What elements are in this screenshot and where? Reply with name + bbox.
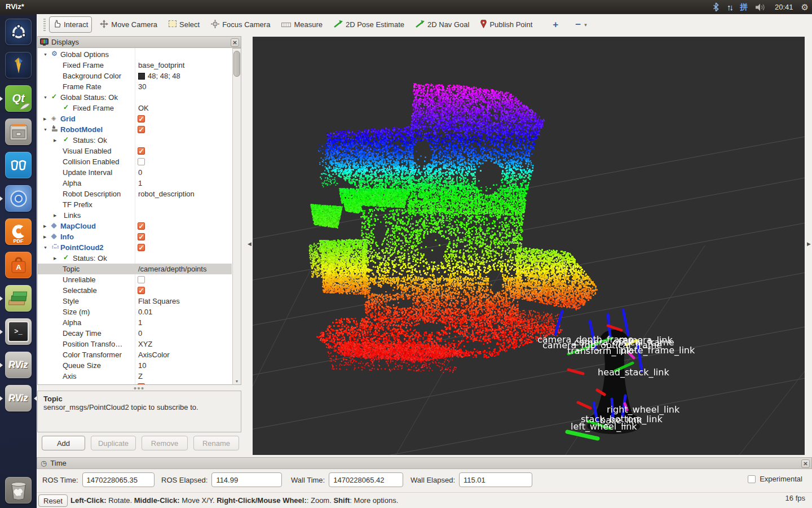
display-row-alpha[interactable]: Alpha1 bbox=[38, 317, 232, 328]
launcher-document-library[interactable] bbox=[5, 285, 32, 312]
tool-focus-camera[interactable]: Focus Camera bbox=[208, 16, 273, 33]
tray-clock[interactable]: 20:41 bbox=[775, 3, 793, 11]
displays-scrollbar[interactable]: ▼ bbox=[232, 48, 241, 385]
tool-measure[interactable]: Measure bbox=[278, 16, 326, 33]
expand-arrow-icon[interactable]: ▶ bbox=[43, 117, 46, 121]
display-row-color-transformer[interactable]: Color TransformerAxisColor bbox=[38, 349, 232, 360]
display-row-size-m-[interactable]: Size (m)0.01 bbox=[38, 306, 232, 317]
display-row-status-ok[interactable]: ▶✓Status: Ok bbox=[38, 253, 232, 264]
network-arrows-icon[interactable]: ↑↓ bbox=[727, 2, 732, 12]
display-row-mapcloud[interactable]: ▶◆MapCloud✓ bbox=[38, 221, 232, 231]
display-row-decay-time[interactable]: Decay Time0 bbox=[38, 328, 232, 339]
display-row-status-ok[interactable]: ▶✓Status: Ok bbox=[38, 135, 232, 146]
experimental-option[interactable]: Experimental bbox=[748, 475, 802, 483]
tool-dropdown-icon[interactable]: ▾ bbox=[584, 22, 587, 28]
display-row-alpha[interactable]: Alpha1 bbox=[38, 178, 232, 189]
row-checkbox[interactable]: ✓ bbox=[138, 115, 145, 122]
row-checkbox[interactable]: ✓ bbox=[138, 222, 145, 230]
launcher-foxit-reader[interactable]: PDF bbox=[5, 218, 32, 245]
launcher-file-cabinet[interactable] bbox=[5, 119, 32, 145]
launcher-software-center[interactable]: A bbox=[5, 252, 32, 278]
display-row-global-options[interactable]: ▼⚙Global Options bbox=[38, 49, 232, 60]
row-checkbox[interactable]: ✓ bbox=[138, 287, 145, 294]
duplicate-button[interactable]: Duplicate bbox=[91, 436, 136, 450]
launcher-chromium[interactable] bbox=[5, 185, 32, 212]
tool-interact[interactable]: Interact bbox=[49, 16, 92, 33]
time-close-icon[interactable]: ✕ bbox=[801, 459, 810, 468]
launcher-trash[interactable] bbox=[5, 477, 32, 503]
field-input[interactable] bbox=[459, 472, 532, 487]
remove-tool-button[interactable]: − bbox=[573, 19, 583, 30]
launcher-rviz-1[interactable]: RViz bbox=[5, 352, 32, 378]
display-row-queue-size[interactable]: Queue Size10 bbox=[38, 360, 232, 371]
display-row-visual-enabled[interactable]: Visual Enabled✓ bbox=[38, 146, 232, 156]
display-row-fixed-frame[interactable]: Fixed Framebase_footprint bbox=[38, 60, 232, 71]
expand-arrow-icon[interactable]: ▼ bbox=[43, 246, 47, 249]
launcher-qt-creator[interactable]: Qt bbox=[5, 85, 32, 112]
expand-arrow-icon[interactable]: ▶ bbox=[54, 138, 56, 143]
tree-help-splitter[interactable]: ⬤⬤⬤ bbox=[37, 385, 241, 391]
launcher-gwibber[interactable] bbox=[5, 152, 32, 178]
row-checkbox[interactable] bbox=[138, 276, 145, 283]
display-row-links[interactable]: ▶Links bbox=[38, 210, 232, 221]
rename-button[interactable]: Rename bbox=[193, 436, 239, 450]
field-input[interactable] bbox=[329, 472, 403, 487]
splitter-arrow-left[interactable]: ◀ bbox=[248, 241, 251, 247]
bluetooth-icon[interactable] bbox=[713, 2, 719, 12]
session-gear-icon[interactable]: ⚙ bbox=[801, 2, 809, 12]
display-row-robot-description[interactable]: Robot Descriptionrobot_description bbox=[38, 189, 232, 199]
display-row-pointcloud2[interactable]: ▼⠮⠵PointCloud2✓ bbox=[38, 242, 232, 253]
displays-panel-titlebar[interactable]: Displays ✕ bbox=[37, 36, 241, 48]
expand-arrow-icon[interactable]: ▶ bbox=[43, 235, 46, 239]
display-row-axis[interactable]: AxisZ bbox=[38, 371, 232, 382]
tool-2d-pose-estimate[interactable]: 2D Pose Estimate bbox=[330, 16, 408, 33]
tool-move-camera[interactable]: Move Camera bbox=[96, 16, 161, 33]
volume-icon[interactable] bbox=[756, 3, 767, 11]
display-row-grid[interactable]: ▶◈Grid✓ bbox=[38, 113, 232, 124]
row-checkbox[interactable]: ✓ bbox=[138, 233, 145, 240]
scroll-down-icon[interactable]: ▼ bbox=[233, 379, 241, 383]
reset-button[interactable]: Reset bbox=[38, 494, 68, 507]
display-row-style[interactable]: StyleFlat Squares bbox=[38, 296, 232, 306]
expand-arrow-icon[interactable]: ▼ bbox=[43, 52, 47, 56]
row-checkbox[interactable] bbox=[138, 158, 145, 165]
color-swatch[interactable] bbox=[138, 73, 145, 80]
expand-arrow-icon[interactable]: ▶ bbox=[54, 256, 56, 261]
field-input[interactable] bbox=[211, 472, 282, 487]
display-row-frame-rate[interactable]: Frame Rate30 bbox=[38, 81, 232, 92]
tool-2d-nav-goal[interactable]: 2D Nav Goal bbox=[412, 16, 473, 33]
display-row-fixed-frame[interactable]: ✓Fixed FrameOK bbox=[38, 103, 232, 113]
tool-select[interactable]: Select bbox=[165, 16, 203, 33]
remove-button[interactable]: Remove bbox=[142, 436, 188, 450]
display-row-collision-enabled[interactable]: Collision Enabled bbox=[38, 156, 232, 167]
launcher-unity-mail[interactable] bbox=[5, 52, 32, 78]
expand-arrow-icon[interactable]: ▶ bbox=[43, 224, 46, 229]
time-panel-titlebar[interactable]: ◷ Time ✕ bbox=[37, 457, 812, 469]
display-row-global-status-ok[interactable]: ▼✓Global Status: Ok bbox=[38, 92, 232, 103]
display-row-position-transfo-[interactable]: Position Transfo…XYZ bbox=[38, 339, 232, 349]
display-row-background-color[interactable]: Background Color48; 48; 48 bbox=[38, 71, 232, 81]
experimental-checkbox[interactable] bbox=[748, 475, 756, 483]
tool-publish-point[interactable]: Publish Point bbox=[477, 16, 536, 33]
row-checkbox[interactable]: ✓ bbox=[138, 126, 145, 133]
expand-arrow-icon[interactable]: ▼ bbox=[43, 128, 47, 132]
field-input[interactable] bbox=[82, 472, 155, 487]
add-tool-button[interactable]: + bbox=[550, 19, 561, 30]
row-checkbox[interactable]: ✓ bbox=[138, 147, 145, 155]
display-row-robotmodel[interactable]: ▼RobotModel✓ bbox=[38, 124, 232, 135]
add-button[interactable]: Add bbox=[42, 436, 85, 450]
scrollbar-thumb[interactable] bbox=[233, 51, 240, 77]
toolbar-handle[interactable] bbox=[43, 19, 46, 31]
displays-close-icon[interactable]: ✕ bbox=[231, 38, 239, 47]
launcher-ubuntu-dash[interactable] bbox=[5, 19, 32, 45]
row-checkbox[interactable]: ✓ bbox=[138, 244, 145, 251]
display-row-info[interactable]: ▶◆Info✓ bbox=[38, 231, 232, 242]
display-row-topic[interactable]: Topic/camera/depth/points bbox=[38, 264, 232, 274]
3d-viewport[interactable]: camera_depth_framecamera_optical_frameca… bbox=[253, 37, 805, 455]
ime-indicator[interactable]: 拼 bbox=[740, 2, 748, 12]
splitter-arrow-right[interactable]: ▶ bbox=[807, 241, 811, 247]
display-row-selectable[interactable]: Selectable✓ bbox=[38, 285, 232, 296]
display-row-unreliable[interactable]: Unreliable bbox=[38, 274, 232, 285]
launcher-rviz-2[interactable]: RViz bbox=[5, 385, 32, 411]
expand-arrow-icon[interactable]: ▶ bbox=[54, 213, 56, 218]
